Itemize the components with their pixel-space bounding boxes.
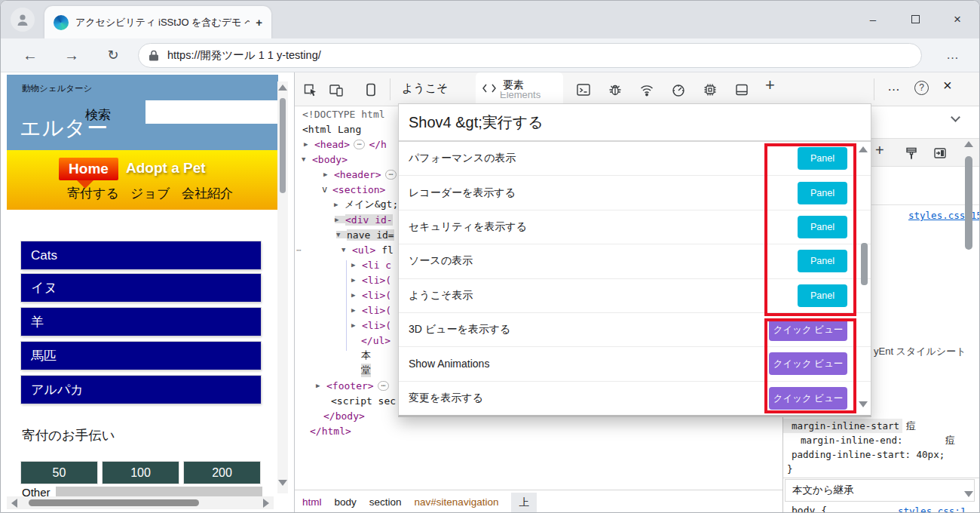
back-button[interactable]: ← [19,44,41,66]
add-tool-button[interactable]: + [765,75,775,95]
expander-arrow-icon[interactable]: ▶ [335,216,345,223]
expander-arrow-icon[interactable]: v [322,184,332,195]
profile-avatar[interactable] [11,8,35,32]
expander-arrow-icon[interactable]: ▶ [316,382,326,389]
palette-scroll-thumb[interactable] [861,243,868,285]
palette-item-badge: クイック ビュー [769,318,847,341]
expander-arrow-icon[interactable]: ▶ [351,306,362,314]
donation-amount-button[interactable]: 200 [184,462,260,484]
dock-panel-icon[interactable] [363,81,379,98]
expander-arrow-icon[interactable]: ▶ [334,201,345,208]
scroll-down-arrow-icon[interactable] [964,491,973,497]
inspect-element-icon[interactable] [302,81,319,98]
animal-category-button[interactable]: 馬匹 [21,342,261,370]
breadcrumb-item[interactable]: 上 [511,493,537,512]
styles-vertical-scrollbar[interactable] [963,138,975,513]
scroll-up-arrow-icon[interactable] [964,141,973,147]
device-emulation-icon[interactable] [328,81,345,98]
nav-jobs-link[interactable]: ジョブ [130,185,170,202]
scroll-left-arrow-icon[interactable] [11,499,17,508]
donation-amount-button[interactable]: 100 [103,462,179,484]
palette-item[interactable]: 3D ビューを表示するクイック ビュー [399,313,871,347]
expander-arrow-icon[interactable]: ▼ [302,155,312,163]
expander-arrow-icon[interactable]: ▼ [336,231,347,238]
css-property-row[interactable]: padding-inline-start: 40px; [783,447,945,462]
palette-item[interactable]: ようこそ表示Panel [399,279,871,313]
donation-amount-button[interactable]: 50 [21,462,97,484]
breadcrumb-item[interactable]: section [369,496,402,508]
scroll-up-arrow-icon[interactable] [859,146,868,152]
nav-donate-link[interactable]: 寄付する [67,185,119,202]
scroll-down-arrow-icon[interactable] [859,401,868,407]
palette-rows: パフォーマンスの表示Panelレコーダーを表示するPanelセキュリティを表示す… [399,142,871,415]
expander-arrow-icon[interactable]: ▶ [351,321,362,329]
scroll-right-arrow-icon[interactable] [263,499,269,508]
debugger-bug-icon[interactable] [607,81,623,98]
animal-category-button[interactable]: Cats [21,241,261,269]
horizontal-scrollbar[interactable] [7,496,274,509]
page-scroll-thumb[interactable] [280,98,286,193]
tab-welcome[interactable]: ようこそ [402,81,448,96]
ellipsis-gutter-icon[interactable]: ⋯ [296,245,302,255]
memory-icon[interactable] [702,81,718,98]
nav-home-link[interactable]: Home [59,158,118,180]
css-property-row[interactable]: margin-inline-start 痘 [783,419,902,433]
devtools-more-button[interactable]: … [887,79,902,94]
stylesheet-link[interactable]: styles.css:1 [898,505,966,513]
new-style-rule-button[interactable]: + [875,142,884,159]
forward-button[interactable]: → [60,44,83,66]
devtools-help-button[interactable]: ? [914,81,929,95]
maximize-button[interactable] [905,11,925,29]
animal-category-button[interactable]: アルパカ [21,376,261,404]
expander-arrow-icon[interactable]: ▶ [351,291,362,299]
expander-arrow-icon[interactable]: ▶ [304,140,314,148]
scroll-down-arrow-icon[interactable] [278,480,287,486]
network-icon[interactable] [639,81,655,98]
animal-category-button[interactable]: イヌ [21,274,261,302]
dom-node-text: <li>( [362,275,391,286]
browser-tab[interactable]: アクセシビリティ iSStJO を含むデモ ページ< + [44,6,271,38]
computed-panel-icon[interactable] [933,146,948,161]
other-amount-input[interactable] [56,487,262,496]
close-window-button[interactable]: × [948,11,967,29]
element-states-brush-icon[interactable] [904,146,919,161]
devtools-close-button[interactable]: × [943,77,952,94]
nav-about-link[interactable]: 会社紹介 [182,185,233,202]
performance-icon[interactable] [670,81,687,98]
page-vertical-scrollbar[interactable] [277,81,288,493]
browser-more-button[interactable]: … [942,44,964,66]
css-property-row[interactable]: margin-inline-end: 痘 [783,433,979,447]
application-icon[interactable] [733,81,750,98]
breadcrumb-item[interactable]: nav#sitenavigation [415,496,499,508]
styles-scroll-thumb[interactable] [965,156,972,250]
horizontal-scroll-thumb[interactable] [29,499,199,506]
expander-arrow-icon[interactable]: ▶ [323,170,334,178]
expander-arrow-icon[interactable]: ▼ [341,246,352,253]
palette-item[interactable]: パフォーマンスの表示Panel [399,142,871,176]
command-input[interactable]: Shov4 &gt;実行する [399,104,871,142]
expander-arrow-icon[interactable]: ▶ [351,261,362,269]
dom-tree-line[interactable]: </html> [295,423,782,438]
palette-item[interactable]: ソースの表示Panel [399,244,871,278]
new-tab-button[interactable]: + [256,16,262,29]
palette-item[interactable]: セキュリティを表示するPanel [399,210,871,244]
scroll-up-arrow-icon[interactable] [278,84,287,91]
console-icon[interactable] [575,81,592,98]
tab-elements[interactable]: Elements 要素 [476,72,563,106]
address-bar[interactable]: https://開発ツール 1 1 y-testing/ [138,43,922,68]
search-input[interactable] [145,100,278,124]
reload-button[interactable]: ↻ [102,44,124,66]
expander-arrow-icon[interactable]: ▶ [351,276,362,284]
nav-adopt-link[interactable]: Adopt a Pet [126,160,206,177]
palette-item[interactable]: 変更を表示するクイック ビュー [399,382,871,415]
breadcrumb-item[interactable]: html [302,496,322,508]
minimize-button[interactable]: – [863,11,883,29]
animal-category-button[interactable]: 羊 [21,308,261,336]
palette-item[interactable]: Show Animationsクイック ビュー [399,347,871,381]
dom-node-text: <li>( [362,290,391,301]
dom-node-text: </html> [310,425,351,437]
palette-item-label: 変更を表示する [399,392,483,405]
palette-item[interactable]: レコーダーを表示するPanel [399,176,871,210]
chevron-down-icon[interactable] [951,112,960,122]
breadcrumb-item[interactable]: body [335,496,357,508]
